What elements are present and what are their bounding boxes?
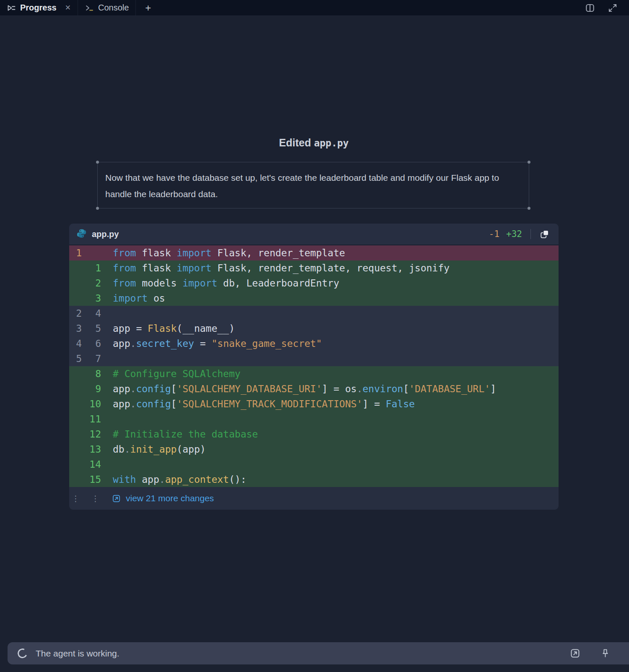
view-more-link[interactable]: view 21 more changes — [112, 493, 214, 503]
diff-line: 46app.secret_key = "snake_game_secret" — [69, 336, 559, 351]
split-view-icon[interactable] — [585, 3, 595, 13]
old-line-number: 3 — [69, 323, 82, 334]
corner-dot — [96, 161, 99, 164]
new-line-number: 7 — [82, 353, 101, 364]
copy-button[interactable] — [539, 229, 550, 240]
status-text: The agent is working. — [36, 649, 120, 659]
removed-count: -1 — [489, 229, 499, 239]
page-title-file: app.py — [314, 138, 349, 148]
code-text: app.config['SQLALCHEMY_DATABASE_URI'] = … — [101, 383, 496, 394]
diff-line: 2from models import db, LeaderboardEntry — [69, 276, 559, 291]
status-actions — [569, 648, 629, 659]
new-line-number: 8 — [82, 368, 101, 379]
new-line-number: 9 — [82, 383, 101, 394]
code-text: from flask import Flask, render_template — [101, 247, 345, 258]
agent-message-text: Now that we have the database set up, le… — [98, 162, 529, 209]
pin-button[interactable] — [600, 648, 611, 659]
tab-console-label: Console — [98, 3, 129, 13]
diff-line: 1from flask import Flask, render_templat… — [69, 260, 559, 276]
new-line-number: 10 — [82, 399, 101, 409]
diff-line: 1from flask import Flask, render_templat… — [69, 245, 559, 260]
new-line-number: 2 — [82, 278, 101, 289]
expand-icon[interactable] — [607, 3, 618, 13]
open-external-icon — [569, 648, 581, 659]
page-title: Edited app.py — [69, 137, 559, 149]
external-link-icon — [112, 494, 121, 503]
corner-dot — [96, 207, 99, 210]
view-more-label: view 21 more changes — [126, 493, 214, 503]
status-bar: The agent is working. — [8, 642, 629, 664]
corner-dot — [528, 207, 530, 210]
diff-line: 35app = Flask(__name__) — [69, 321, 559, 336]
diff-line: 24 — [69, 306, 559, 321]
page-title-action: Edited — [279, 137, 314, 148]
code-text: with app.app_context(): — [101, 474, 247, 485]
code-diff-panel: app.py -1 +32 1from flask import Flask, … — [69, 224, 559, 510]
tab-bar: Progress ✕ Console + — [0, 0, 629, 16]
new-line-number: 11 — [82, 414, 101, 425]
diff-line: 3import os — [69, 291, 559, 306]
code-text: app = Flask(__name__) — [101, 323, 235, 334]
new-line-number: 5 — [82, 323, 101, 334]
diff-file-header: app.py -1 +32 — [69, 224, 559, 245]
diff-line: 14 — [69, 457, 559, 472]
diff-footer: ⋮ ⋮ view 21 more changes — [69, 487, 559, 510]
header-divider — [530, 229, 531, 239]
tab-progress[interactable]: Progress ✕ — [0, 0, 78, 16]
new-line-number: 4 — [82, 308, 101, 319]
copy-icon — [539, 229, 550, 240]
new-line-number: 13 — [82, 444, 101, 455]
diff-counts: -1 +32 — [489, 229, 550, 240]
diff-line: 15with app.app_context(): — [69, 472, 559, 487]
window-controls — [585, 0, 629, 16]
new-line-number: 3 — [82, 293, 101, 304]
diff-lines: 1from flask import Flask, render_templat… — [69, 245, 559, 487]
code-text: import os — [101, 293, 165, 304]
diff-line: 11 — [69, 412, 559, 427]
tab-progress-label: Progress — [20, 3, 57, 13]
python-icon — [77, 229, 86, 240]
diff-line: 12# Initialize the database — [69, 427, 559, 442]
code-text: app.secret_key = "snake_game_secret" — [101, 338, 322, 349]
code-text: db.init_app(app) — [101, 444, 206, 455]
new-line-number: 12 — [82, 429, 101, 440]
gutter-ellipsis-icon: ⋮ — [69, 494, 80, 503]
new-line-number: 1 — [82, 263, 101, 273]
code-text: from flask import Flask, render_template… — [101, 263, 450, 273]
diff-line: 8# Configure SQLAlchemy — [69, 366, 559, 381]
new-tab-button[interactable]: + — [136, 0, 160, 16]
code-text: # Configure SQLAlchemy — [101, 368, 241, 379]
plus-icon: + — [145, 2, 151, 14]
tab-close-icon[interactable]: ✕ — [65, 3, 71, 12]
corner-dot — [528, 161, 530, 164]
old-line-number: 4 — [69, 338, 82, 349]
diff-line: 10app.config['SQLALCHEMY_TRACK_MODIFICAT… — [69, 396, 559, 412]
code-text: app.config['SQLALCHEMY_TRACK_MODIFICATIO… — [101, 399, 415, 409]
old-line-number: 1 — [69, 247, 82, 258]
new-line-number: 14 — [82, 459, 101, 470]
old-line-number: 2 — [69, 308, 82, 319]
open-external-button[interactable] — [569, 648, 581, 659]
tab-console[interactable]: Console — [78, 0, 136, 16]
pin-icon — [600, 648, 611, 659]
diff-file-name: app.py — [92, 229, 119, 239]
new-line-number: 6 — [82, 338, 101, 349]
diff-line: 13db.init_app(app) — [69, 442, 559, 457]
terminal-icon — [85, 3, 94, 13]
agent-message: Now that we have the database set up, le… — [97, 162, 529, 208]
gutter-ellipsis-icon: ⋮ — [80, 494, 100, 503]
diff-line: 9app.config['SQLALCHEMY_DATABASE_URI'] =… — [69, 381, 559, 396]
added-count: +32 — [506, 229, 522, 239]
diff-line: 57 — [69, 351, 559, 366]
code-text: from models import db, LeaderboardEntry — [101, 278, 339, 289]
app-window: Progress ✕ Console + — [0, 0, 629, 672]
progress-icon — [7, 3, 16, 13]
spinner-icon — [16, 647, 29, 659]
new-line-number: 15 — [82, 474, 101, 485]
code-text: # Initialize the database — [101, 429, 258, 440]
old-line-number: 5 — [69, 353, 82, 364]
